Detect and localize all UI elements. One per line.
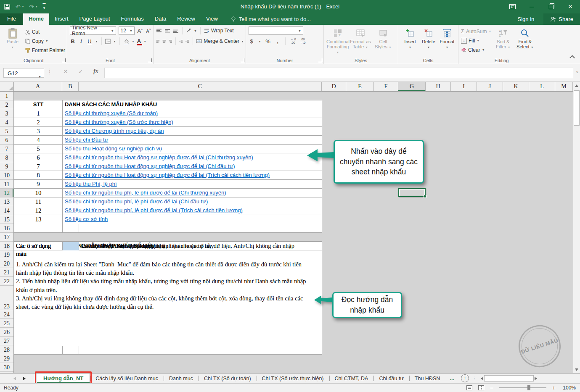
underline-button[interactable]: U bbox=[87, 38, 93, 45]
row-header[interactable]: 20 bbox=[0, 259, 13, 268]
fill-color-icon[interactable] bbox=[123, 39, 129, 44]
ribbon-tab[interactable]: Data bbox=[149, 13, 172, 25]
row-header[interactable]: 26 bbox=[0, 328, 13, 337]
row-header[interactable]: 30 bbox=[0, 363, 13, 372]
more-sheets-button[interactable]: ... bbox=[445, 374, 458, 383]
insert-function-icon[interactable]: fx bbox=[93, 68, 98, 75]
row-header[interactable]: 17 bbox=[0, 233, 13, 242]
sheet-hyperlink[interactable]: Số liệu chi thường xuyên (Số dự toán) bbox=[63, 109, 322, 118]
clear-button[interactable]: Clear ▼ bbox=[461, 45, 491, 54]
sheet-nav-next-icon[interactable] bbox=[23, 377, 26, 380]
wrap-text-button[interactable]: Wrap Text bbox=[204, 26, 234, 35]
align-middle-icon[interactable] bbox=[164, 29, 170, 33]
align-right-icon[interactable] bbox=[169, 39, 172, 44]
conditional-formatting-button[interactable]: ≠ ConditionalFormatting ▼ bbox=[326, 26, 349, 55]
autosum-button[interactable]: Σ AutoSum ▼ bbox=[461, 27, 491, 36]
cut-button[interactable]: Cut bbox=[25, 27, 65, 36]
font-size-combo[interactable]: 12▼ bbox=[119, 26, 135, 35]
column-header[interactable]: A bbox=[14, 82, 62, 91]
column-header[interactable]: L bbox=[529, 82, 555, 91]
active-cell-selection[interactable] bbox=[398, 188, 426, 197]
hscroll-right-icon[interactable] bbox=[535, 377, 537, 380]
row-header[interactable]: 11 bbox=[0, 180, 13, 189]
formula-input[interactable] bbox=[104, 68, 573, 78]
page-break-view-icon[interactable] bbox=[478, 385, 484, 390]
row-header[interactable]: 8 bbox=[0, 153, 13, 162]
sheet-hyperlink[interactable]: Số liệu chi từ nguồn thu phí, lệ phí đượ… bbox=[63, 197, 322, 206]
legend-color-swatch[interactable] bbox=[63, 242, 79, 250]
list-title-cell[interactable]: DANH SÁCH CÁC MẪU NHẬP KHẨU bbox=[63, 100, 322, 109]
sheet-tab[interactable]: Chi CTMT, DA bbox=[329, 374, 374, 383]
sheet-hyperlink[interactable]: Số liệu chi từ nguồn thu Hoạt động sự ng… bbox=[63, 153, 322, 162]
stt-cell[interactable]: 10 bbox=[14, 189, 63, 197]
legend-description-cell[interactable]: Là tiêu đề cột, Anh/Chị không nhập liệu … bbox=[79, 242, 322, 250]
sheet-tab[interactable]: Chi TX (Số ước thực hiện) bbox=[257, 374, 329, 383]
sheet-tab[interactable]: Chi TX (Số dự toán) bbox=[199, 374, 257, 383]
row-header[interactable]: 7 bbox=[0, 145, 13, 153]
scroll-down-icon[interactable] bbox=[573, 366, 580, 373]
sheet-tab-active[interactable]: Hướng dẫn_NT bbox=[37, 374, 90, 383]
bold-button[interactable]: B bbox=[70, 38, 76, 45]
column-header[interactable]: J bbox=[477, 82, 503, 91]
font-color-icon[interactable]: A bbox=[137, 39, 141, 44]
legend-label-cell[interactable]: Các ô sử dụng màu bbox=[14, 242, 63, 250]
row-header[interactable]: 22 bbox=[0, 277, 13, 286]
paste-button[interactable]: Paste▼ bbox=[3, 26, 23, 55]
stt-cell[interactable]: 13 bbox=[14, 215, 63, 224]
sheet-hyperlink[interactable]: Số liệu chi Chương trình mục tiêu, dự án bbox=[63, 127, 322, 135]
sheet-hyperlink[interactable]: Số liệu cơ sở tính bbox=[63, 215, 322, 224]
sheet-hyperlink[interactable]: Số liệu chi từ nguồn thu Hoạt động sự ng… bbox=[63, 171, 322, 179]
font-name-combo[interactable]: Times New Roma▼ bbox=[70, 26, 116, 35]
row-header[interactable]: 14 bbox=[0, 206, 13, 215]
instruction-paragraph[interactable]: 2. Tiến hành nhập liệu dữ liệu vào từng … bbox=[16, 277, 314, 294]
zoom-slider-thumb[interactable] bbox=[527, 385, 530, 390]
stt-cell[interactable]: 5 bbox=[14, 145, 63, 153]
row-header[interactable]: 13 bbox=[0, 197, 13, 206]
cells-canvas[interactable]: STT DANH SÁCH CÁC MẪU NHẬP KHẨU 1 Số liệ… bbox=[14, 92, 573, 373]
sheet-hyperlink[interactable]: Số liệu thu Phí, lệ phí bbox=[63, 180, 322, 188]
tell-me-box[interactable]: Tell me what you want to do... bbox=[225, 13, 317, 25]
zoom-slider[interactable] bbox=[499, 387, 546, 388]
row-header[interactable]: 19 bbox=[0, 250, 13, 259]
borders-icon[interactable] bbox=[105, 39, 111, 44]
percent-style-icon[interactable]: % bbox=[265, 38, 271, 45]
align-bottom-icon[interactable] bbox=[173, 29, 179, 33]
italic-button[interactable]: I bbox=[78, 38, 84, 45]
increase-indent-icon[interactable] bbox=[185, 39, 189, 44]
stt-cell[interactable]: 8 bbox=[14, 171, 63, 179]
row-header[interactable]: 9 bbox=[0, 162, 13, 171]
row-header[interactable]: 28 bbox=[0, 345, 13, 354]
decrease-indent-icon[interactable] bbox=[179, 39, 183, 44]
decrease-decimal-icon[interactable]: .00→.0 bbox=[300, 38, 306, 45]
fill-button[interactable]: ↓ Fill ▼ bbox=[461, 36, 491, 45]
number-dialog-launcher[interactable] bbox=[318, 58, 322, 62]
zoom-in-icon[interactable]: + bbox=[552, 384, 556, 391]
zoom-level[interactable]: 100% bbox=[561, 385, 576, 391]
hscroll-left-icon[interactable] bbox=[481, 377, 483, 380]
row-header[interactable]: 25 bbox=[0, 319, 13, 328]
align-top-icon[interactable] bbox=[156, 29, 162, 33]
stt-cell[interactable]: 2 bbox=[14, 118, 63, 126]
sheet-hyperlink[interactable]: Số liệu thu Hoạt động sự nghiệp dịch vụ bbox=[63, 145, 322, 153]
cancel-formula-icon[interactable]: ✕ bbox=[63, 68, 68, 75]
format-painter-button[interactable]: Format Painter bbox=[25, 46, 65, 55]
ribbon-tab[interactable]: Review bbox=[172, 13, 201, 25]
format-cells-button[interactable]: Format▼ bbox=[438, 26, 456, 50]
column-header[interactable]: C bbox=[79, 82, 322, 91]
stt-cell[interactable]: 7 bbox=[14, 162, 63, 171]
vertical-scroll-thumb[interactable] bbox=[574, 90, 580, 126]
find-select-button[interactable]: Find &Select ▼ bbox=[515, 26, 535, 54]
sheet-hyperlink[interactable]: Số liệu chi từ nguồn thu phí, lệ phí đượ… bbox=[63, 189, 322, 197]
column-header[interactable]: I bbox=[451, 82, 477, 91]
column-header[interactable]: K bbox=[503, 82, 529, 91]
copy-button[interactable]: Copy ▼ bbox=[25, 37, 65, 45]
close-button[interactable]: × bbox=[561, 0, 580, 13]
clipboard-dialog-launcher[interactable] bbox=[62, 58, 66, 62]
sheet-tab[interactable]: Chi đầu tư bbox=[373, 374, 409, 383]
minimize-button[interactable] bbox=[522, 0, 541, 13]
new-sheet-icon[interactable]: + bbox=[461, 374, 469, 382]
name-box[interactable]: G12▼ bbox=[3, 68, 44, 78]
increase-decimal-icon[interactable]: ←.0.00 bbox=[290, 38, 296, 45]
instruction-paragraph[interactable]: 3. Anh/Chị vui lòng không thay đổi định … bbox=[16, 294, 314, 311]
row-header[interactable]: 15 bbox=[0, 215, 13, 224]
